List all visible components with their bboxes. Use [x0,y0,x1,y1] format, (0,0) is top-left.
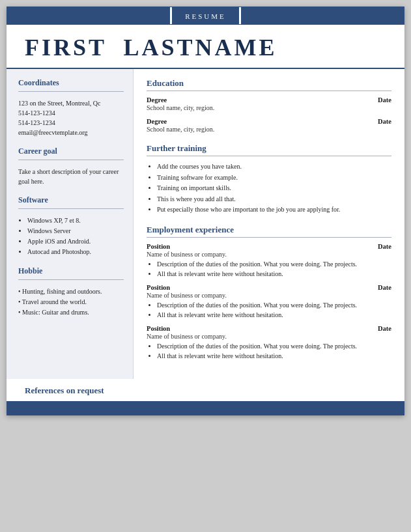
degree-1: Degree [147,96,167,104]
header-bar: Resume [7,7,404,25]
duties-list-3: Description of the duties of the positio… [147,341,391,361]
resume-page: Resume First Lastname Coordinates 123 on… [7,7,404,415]
education-entry-1: Degree Date School name, city, region. [147,96,391,113]
list-item: Autocad and Photoshop. [27,247,124,257]
employment-section: Employment experience Position Date Name… [147,225,391,361]
further-training-title: Further training [147,143,391,154]
address: 123 on the Street, Montreal, Qc [18,98,124,108]
education-entry-row-1: Degree Date [147,96,391,104]
list-item: Description of the duties of the positio… [157,259,391,269]
list-item: Put especially those who are important t… [157,204,391,216]
education-section: Education Degree Date School name, city,… [147,78,391,134]
references-section: References on request [7,379,404,401]
list-item: • Hunting, fishing and outdoors. [18,287,124,297]
list-item: All that is relevant write here without … [157,269,391,279]
education-divider [147,91,391,91]
education-entry-row-2: Degree Date [147,118,391,125]
position-3: Position [147,325,170,332]
list-item: Add the courses you have taken. [157,161,391,173]
list-item: Training on important skills. [157,183,391,194]
coordinates-section: Coordinates 123 on the Street, Montreal,… [18,78,124,137]
school-2: School name, city, region. [147,125,391,134]
phone1: 514-123-1234 [18,108,124,118]
last-name: Lastname [123,35,277,61]
software-section: Software Windows XP, 7 et 8. Windows Ser… [18,195,124,257]
emp-date-3: Date [378,325,391,332]
list-item: Windows Server [27,226,124,236]
list-item: Description of the duties of the positio… [157,341,391,351]
list-item: Description of the duties of the positio… [157,300,391,310]
company-2: Name of business or company. [147,291,391,300]
software-list: Windows XP, 7 et 8. Windows Server Apple… [18,216,124,257]
career-goal-text: Take a short description of your career … [18,167,124,186]
emp-row-2: Position Date [147,284,391,291]
right-column: Education Degree Date School name, city,… [134,69,404,379]
date-1: Date [378,96,391,104]
references-title: References on request [25,385,104,395]
date-2: Date [378,118,391,125]
career-goal-section: Career goal Take a short description of … [18,147,124,186]
list-item: • Travel around the world. [18,297,124,307]
position-1: Position [147,243,170,250]
degree-2: Degree [147,118,167,125]
list-item: Apple iOS and Android. [27,236,124,247]
software-title: Software [18,195,124,205]
left-column: Coordinates 123 on the Street, Montreal,… [7,69,134,379]
duties-list-2: Description of the duties of the positio… [147,300,391,320]
list-item: Training software for example. [157,173,391,184]
further-training-section: Further training Add the courses you hav… [147,143,391,216]
career-goal-title: Career goal [18,147,124,156]
position-2: Position [147,284,170,291]
employment-entry-3: Position Date Name of business or compan… [147,325,391,361]
emp-date-2: Date [378,284,391,291]
emp-row-3: Position Date [147,325,391,332]
employment-entry-1: Position Date Name of business or compan… [147,243,391,279]
coordinates-divider [18,91,124,92]
employment-divider [147,237,391,238]
training-list: Add the courses you have taken. Training… [147,161,391,216]
phone2: 514-123-1234 [18,118,124,128]
name-section: First Lastname [7,25,404,69]
company-3: Name of business or company. [147,332,391,341]
duties-list-1: Description of the duties of the positio… [147,259,391,279]
main-content: Coordinates 123 on the Street, Montreal,… [7,69,404,379]
education-entry-2: Degree Date School name, city, region. [147,118,391,134]
hobbie-divider [18,279,124,280]
career-goal-divider [18,160,124,160]
education-title: Education [147,78,391,89]
full-name: First Lastname [25,34,386,61]
first-name: First [25,35,106,61]
coordinates-title: Coordinates [18,78,124,88]
footer-bar [7,401,404,415]
list-item: All that is relevant write here without … [157,310,391,320]
hobbie-section: Hobbie • Hunting, fishing and outdoors. … [18,266,124,318]
list-item: • Music: Guitar and drums. [18,307,124,318]
emp-row-1: Position Date [147,243,391,250]
header-title-box: Resume [170,7,241,24]
hobbie-title: Hobbie [18,266,124,276]
list-item: All that is relevant write here without … [157,351,391,361]
emp-date-1: Date [378,243,391,250]
employment-entry-2: Position Date Name of business or compan… [147,284,391,320]
email: email@freecvtemplate.org [18,128,124,137]
further-training-divider [147,156,391,156]
employment-title: Employment experience [147,225,391,235]
list-item: This is where you add all that. [157,194,391,205]
header-title: Resume [185,12,226,20]
software-divider [18,208,124,209]
hobbie-list: • Hunting, fishing and outdoors. • Trave… [18,287,124,318]
school-1: School name, city, region. [147,104,391,113]
list-item: Windows XP, 7 et 8. [27,216,124,226]
company-1: Name of business or company. [147,250,391,259]
